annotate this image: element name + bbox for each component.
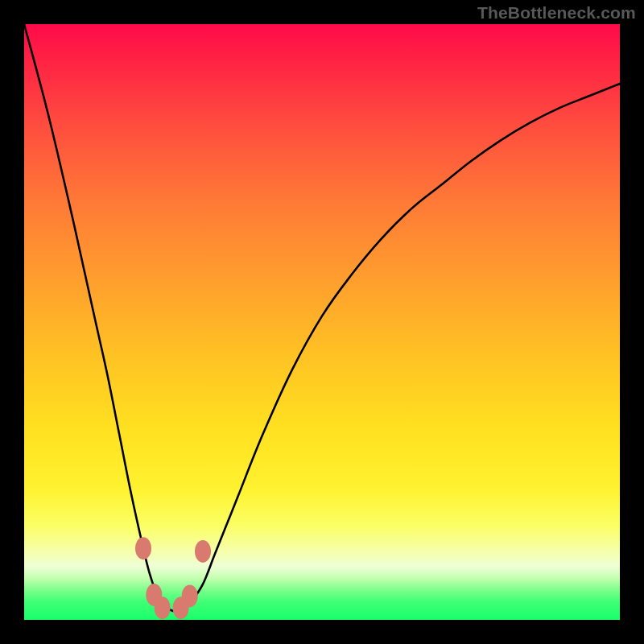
curve-marker (135, 537, 151, 559)
chart-frame: TheBottleneck.com (0, 0, 644, 644)
curve-marker (155, 597, 171, 619)
plot-area (24, 24, 620, 620)
bottleneck-curve (24, 24, 620, 611)
curve-markers (135, 537, 211, 619)
curve-layer (24, 24, 620, 620)
curve-marker (182, 584, 198, 607)
watermark-text: TheBottleneck.com (477, 3, 636, 23)
curve-marker (195, 540, 211, 563)
